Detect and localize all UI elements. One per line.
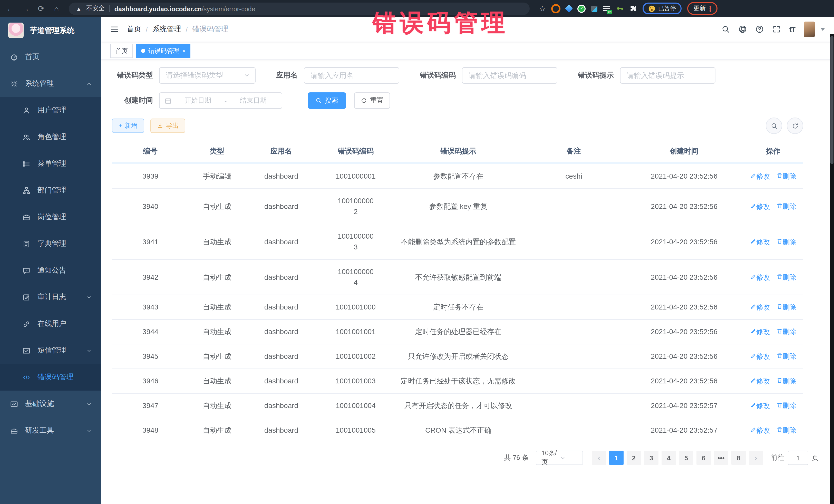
sidebar-item-dict[interactable]: 字典管理: [0, 231, 101, 257]
prev-page-button[interactable]: ‹: [592, 451, 606, 465]
refresh-table-button[interactable]: [787, 117, 803, 134]
edit-link[interactable]: 修改: [750, 238, 770, 246]
edit-link[interactable]: 修改: [750, 303, 770, 311]
edit-link[interactable]: 修改: [750, 353, 770, 360]
sidebar-item-post[interactable]: 岗位管理: [0, 204, 101, 231]
delete-link[interactable]: 删除: [776, 303, 796, 311]
export-button[interactable]: 导出: [150, 118, 185, 133]
reset-button[interactable]: 重置: [354, 92, 390, 109]
search-icon[interactable]: [722, 25, 730, 34]
goto-page-input[interactable]: [788, 451, 808, 465]
font-size-icon[interactable]: tT: [789, 25, 795, 34]
page-button-6[interactable]: 6: [697, 451, 711, 465]
sidebar-item-menu[interactable]: 菜单管理: [0, 150, 101, 177]
sidebar-item-notice[interactable]: 通知公告: [0, 257, 101, 284]
sidebar-item-home[interactable]: 首页: [0, 44, 101, 70]
tab-首页[interactable]: 首页: [110, 44, 133, 58]
search-button[interactable]: 搜索: [308, 92, 346, 109]
forward-icon[interactable]: →: [21, 4, 31, 13]
page-button-1[interactable]: 1: [609, 451, 623, 465]
cell-code: 1001001003: [317, 369, 394, 393]
cell-operations: 修改删除: [743, 320, 803, 344]
delete-link[interactable]: 删除: [776, 202, 796, 210]
scrollbar-thumb[interactable]: [830, 36, 833, 164]
edit-link[interactable]: 修改: [750, 402, 770, 410]
browser-menu-icon[interactable]: •••: [709, 5, 711, 12]
sidebar-item-infra[interactable]: 基础设施: [0, 391, 101, 417]
breadcrumb-system[interactable]: 系统管理: [152, 25, 181, 34]
page-button-2[interactable]: 2: [627, 451, 641, 465]
error-code-type-select[interactable]: 请选择错误码类型: [159, 67, 256, 84]
edit-link[interactable]: 修改: [750, 273, 770, 281]
sidebar-item-error-code[interactable]: 错误码管理: [0, 364, 101, 391]
sidebar-item-online-user[interactable]: 在线用户: [0, 310, 101, 337]
delete-link[interactable]: 删除: [776, 426, 796, 434]
extension-orange-icon[interactable]: [551, 4, 561, 13]
sidebar-item-dev-tool[interactable]: 研发工具: [0, 417, 101, 444]
github-icon[interactable]: [739, 25, 747, 34]
home-icon[interactable]: ⌂: [51, 4, 62, 13]
extension-gem-icon[interactable]: [566, 6, 572, 11]
column-header-6: 创建时间: [625, 141, 743, 162]
page-scrollbar[interactable]: [830, 34, 834, 504]
cell-code: 1001000001: [317, 164, 394, 189]
next-page-button[interactable]: ›: [749, 451, 763, 465]
extension-grid-icon[interactable]: [592, 5, 598, 12]
bookmark-star-icon[interactable]: ☆: [539, 4, 546, 13]
page-button-8[interactable]: 8: [731, 451, 746, 465]
sidebar-collapse-icon[interactable]: [110, 25, 118, 34]
sidebar-item-dept[interactable]: 部门管理: [0, 177, 101, 204]
edit-link[interactable]: 修改: [750, 426, 770, 434]
extension-puzzle-icon[interactable]: [630, 5, 637, 12]
fullscreen-icon[interactable]: [772, 25, 781, 34]
extension-check-icon[interactable]: ✓: [578, 4, 586, 13]
avatar-caret-down-icon[interactable]: [821, 28, 825, 30]
delete-link[interactable]: 删除: [776, 172, 796, 180]
sidebar-item-role[interactable]: 角色管理: [0, 124, 101, 150]
delete-link[interactable]: 删除: [776, 273, 796, 281]
profile-paused-badge[interactable]: 已暂停: [643, 3, 682, 14]
page-button-3[interactable]: 3: [644, 451, 658, 465]
filter-input-1[interactable]: [304, 67, 399, 84]
date-range-picker[interactable]: 开始日期 - 结束日期: [159, 92, 282, 109]
sidebar-item-sms[interactable]: 短信管理: [0, 337, 101, 364]
delete-link[interactable]: 删除: [776, 328, 796, 336]
cell-id: 3942: [112, 259, 189, 295]
sidebar-item-audit-log[interactable]: 审计日志: [0, 284, 101, 310]
user-avatar[interactable]: [804, 22, 815, 37]
delete-link[interactable]: 删除: [776, 353, 796, 360]
cell-hint: 不能删除类型为系统内置的参数配置: [394, 224, 523, 259]
edit-link[interactable]: 修改: [750, 202, 770, 210]
search-toggle-button[interactable]: [766, 117, 782, 134]
delete-link[interactable]: 删除: [776, 238, 796, 246]
cell-hint: 只有开启状态的任务，才可以修改: [394, 393, 523, 418]
delete-link[interactable]: 删除: [776, 377, 796, 385]
page-button-4[interactable]: 4: [662, 451, 676, 465]
pager-ellipsis[interactable]: •••: [714, 451, 728, 465]
delete-link[interactable]: 删除: [776, 402, 796, 410]
close-tab-icon[interactable]: ×: [182, 48, 185, 53]
reload-icon[interactable]: ⟳: [36, 4, 46, 13]
page-button-5[interactable]: 5: [679, 451, 694, 465]
cell-time: 2021-04-20 23:52:57: [625, 418, 743, 442]
sidebar-logo-row[interactable]: 芋道管理系统: [0, 17, 101, 44]
help-icon[interactable]: [755, 25, 764, 34]
edit-link[interactable]: 修改: [750, 172, 770, 180]
cell-time: 2021-04-20 23:52:57: [625, 393, 743, 418]
back-icon[interactable]: ←: [5, 4, 15, 13]
edit-link[interactable]: 修改: [750, 328, 770, 336]
extension-list-icon[interactable]: on: [603, 6, 611, 11]
filter-input-2[interactable]: [462, 67, 557, 84]
address-bar[interactable]: ▲ 不安全 dashboard.yudao.iocoder.cn/system/…: [69, 2, 530, 15]
add-button[interactable]: + 新增: [112, 118, 144, 133]
extension-key-icon[interactable]: [616, 5, 624, 12]
sidebar-item-label: 字典管理: [38, 239, 66, 248]
filter-input-3[interactable]: [620, 67, 716, 84]
breadcrumb-home[interactable]: 首页: [127, 25, 141, 34]
browser-update-button[interactable]: 更新 •••: [687, 2, 718, 15]
sidebar-item-user[interactable]: 用户管理: [0, 97, 101, 124]
sidebar-item-system[interactable]: 系统管理: [0, 70, 101, 97]
tab-错误码管理[interactable]: 错误码管理×: [136, 44, 191, 58]
page-size-select[interactable]: 10条/页: [536, 451, 583, 465]
edit-link[interactable]: 修改: [750, 377, 770, 385]
